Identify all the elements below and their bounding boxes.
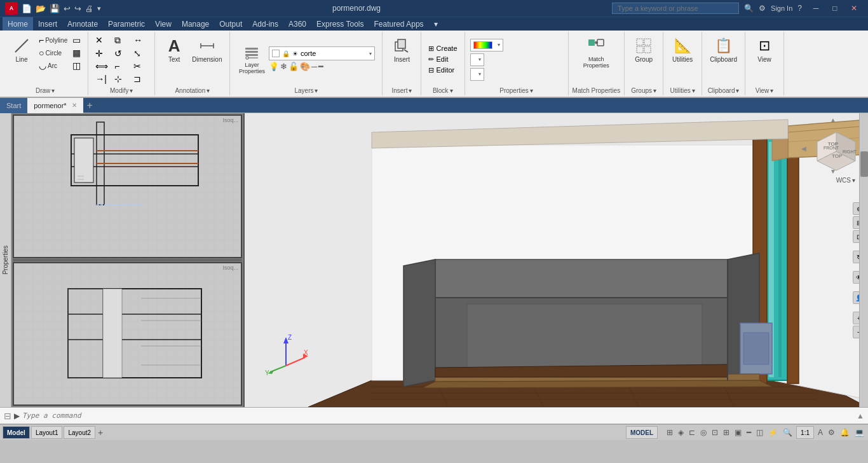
layers-group-label[interactable]: Layers ▾ — [294, 87, 318, 94]
sign-in[interactable]: Sign In — [771, 4, 792, 12]
layer-dropdown-arrow[interactable]: ▾ — [369, 51, 372, 57]
status-model-button[interactable]: MODEL — [626, 426, 658, 439]
menu-output[interactable]: Output — [214, 17, 247, 31]
annotation-scale-icon[interactable]: 🔍 — [783, 428, 792, 437]
layer-off-icon[interactable]: 💡 — [269, 62, 279, 71]
layer-lineweight-icon[interactable]: ━ — [318, 62, 323, 71]
rectangle-button[interactable]: ▭ — [71, 34, 83, 46]
scale-button[interactable]: ⤡ — [132, 48, 149, 59]
layer-properties-button[interactable]: LayerProperties — [238, 43, 266, 76]
tab-pormenor-close[interactable]: ✕ — [72, 102, 77, 109]
properties-group-label[interactable]: Properties ▾ — [499, 87, 533, 94]
lineweight-dropdown[interactable]: ▾ — [470, 68, 484, 81]
osnap-icon[interactable]: ⊡ — [712, 428, 718, 437]
viewcube-left-arrow[interactable]: ◀ — [801, 145, 806, 152]
menu-insert[interactable]: Insert — [33, 17, 62, 31]
rotate-button[interactable]: ↺ — [112, 48, 130, 59]
snap-icon[interactable]: ◈ — [678, 428, 684, 437]
annotation-scale-button[interactable]: 1:1 — [796, 426, 814, 439]
ortho-icon[interactable]: ⊏ — [689, 428, 695, 437]
layout-model-tab[interactable]: Model — [3, 426, 30, 439]
menu-featured-apps[interactable]: Featured Apps — [369, 17, 429, 31]
copy-button[interactable]: ⧉ — [112, 34, 130, 46]
help-icon[interactable]: ? — [797, 4, 802, 13]
viewcube-top-arrow[interactable]: ▲ — [830, 116, 836, 123]
viewport-bottom[interactable]: Isoq... — [13, 262, 242, 406]
stretch-button[interactable]: ↔ — [132, 34, 149, 46]
search-input[interactable] — [612, 3, 739, 14]
polyline-button[interactable]: ⌐ Polyline — [37, 34, 69, 46]
layer-linetype-icon[interactable]: ─ — [311, 62, 317, 71]
lineweight-icon[interactable]: ━ — [747, 428, 751, 437]
menu-a360[interactable]: A360 — [283, 17, 311, 31]
edit-block-button[interactable]: ✏ Edit — [426, 55, 450, 64]
hatch-button[interactable]: ▦ — [71, 47, 83, 59]
viewport-divider[interactable] — [13, 259, 242, 261]
block-group-label[interactable]: Block ▾ — [433, 87, 453, 94]
minimize-btn[interactable]: ─ — [807, 2, 825, 15]
annotation-visibility-icon[interactable]: A — [818, 428, 823, 437]
groups-group-label[interactable]: Groups ▾ — [631, 87, 656, 94]
command-toggle-button[interactable]: ⊟ — [4, 411, 11, 421]
layout-layout2-tab[interactable]: Layout2 — [64, 426, 95, 439]
menu-annotate[interactable]: Annotate — [62, 17, 103, 31]
qat-new-icon[interactable]: 📄 — [22, 4, 32, 13]
line-button[interactable]: Line — [8, 34, 36, 64]
mirror-button[interactable]: ⟺ — [93, 60, 111, 72]
lt-dropdown-arrow[interactable]: ▾ — [478, 57, 481, 62]
window-controls[interactable]: ─ □ ✕ — [807, 2, 863, 15]
clipboard-group-label[interactable]: Clipboard ▾ — [708, 87, 740, 94]
tab-start[interactable]: Start — [0, 98, 27, 113]
color-dropdown[interactable]: ▾ — [470, 39, 503, 52]
right-panel[interactable]: [+][Custom View][X-Ray] — [245, 113, 868, 407]
grid-icon[interactable]: ⊞ — [667, 428, 673, 437]
dynin-icon[interactable]: ▣ — [735, 428, 742, 437]
layer-lock-toggle[interactable]: 🔓 — [288, 62, 299, 71]
layout-layout1-tab[interactable]: Layout1 — [31, 426, 63, 439]
maximize-btn[interactable]: □ — [826, 2, 844, 15]
circle-button[interactable]: ○ Circle — [37, 47, 69, 59]
layer-color-icon[interactable]: 🎨 — [300, 62, 310, 71]
dimension-button[interactable]: Dimension — [189, 34, 224, 64]
menu-more[interactable]: ▾ — [429, 17, 443, 31]
match-properties-group-label[interactable]: Match Properties — [573, 87, 621, 94]
qat-redo-icon[interactable]: ↪ — [74, 4, 81, 13]
workspace-icon[interactable]: ⚙ — [759, 4, 766, 13]
qat-save-icon[interactable]: 💾 — [50, 4, 60, 13]
hardware-icon[interactable]: 💻 — [855, 428, 864, 437]
layer-freeze-icon[interactable]: ❄ — [280, 62, 287, 71]
offset-button[interactable]: ⊐ — [132, 73, 149, 85]
polar-icon[interactable]: ◎ — [700, 428, 707, 437]
clipboard-button[interactable]: 📋 Clipboard — [707, 34, 740, 64]
view-button[interactable]: ⊡ View — [750, 34, 778, 64]
menu-view[interactable]: View — [150, 17, 177, 31]
layer-dropdown[interactable]: 🔒 ☀ corte ▾ — [269, 46, 375, 60]
match-properties-button[interactable]: MatchProperties — [581, 34, 612, 70]
fillet-button[interactable]: ⌐ — [112, 60, 130, 72]
menu-home[interactable]: Home — [3, 17, 33, 31]
workspace-settings-icon[interactable]: ⚙ — [828, 428, 835, 437]
insert-button[interactable]: Insert — [388, 34, 416, 64]
text-button[interactable]: A Text — [160, 34, 188, 64]
transparency-icon[interactable]: ◫ — [756, 428, 763, 437]
trim-button[interactable]: ✂ — [132, 60, 149, 72]
move-button[interactable]: ✛ — [93, 48, 111, 59]
erase-button[interactable]: ✕ — [93, 34, 111, 46]
draw-group-label[interactable]: Draw ▾ — [36, 87, 55, 94]
viewcube-bottom-arrow[interactable]: ▼ — [830, 168, 836, 175]
create-block-button[interactable]: ⊞ Create — [426, 44, 459, 53]
lw-dropdown-arrow[interactable]: ▾ — [478, 71, 481, 77]
annotation-group-label[interactable]: Annotation ▾ — [175, 87, 210, 94]
menu-addins[interactable]: Add-ins — [247, 17, 283, 31]
wcs-label[interactable]: WCS ▾ — [836, 177, 855, 184]
viewport-top[interactable]: Isoq... — [13, 114, 242, 258]
otrack-icon[interactable]: ⊞ — [723, 428, 729, 437]
isolate-objects-icon[interactable]: 🔔 — [840, 428, 850, 437]
utilities-group-label[interactable]: Utilities ▾ — [670, 87, 695, 94]
menu-manage[interactable]: Manage — [177, 17, 214, 31]
scroll-thumb[interactable] — [860, 151, 868, 177]
close-btn[interactable]: ✕ — [845, 2, 863, 15]
group-button[interactable]: Group — [630, 34, 658, 64]
extend-button[interactable]: →| — [93, 73, 111, 85]
command-scrollbar[interactable]: ▲ — [857, 411, 864, 420]
